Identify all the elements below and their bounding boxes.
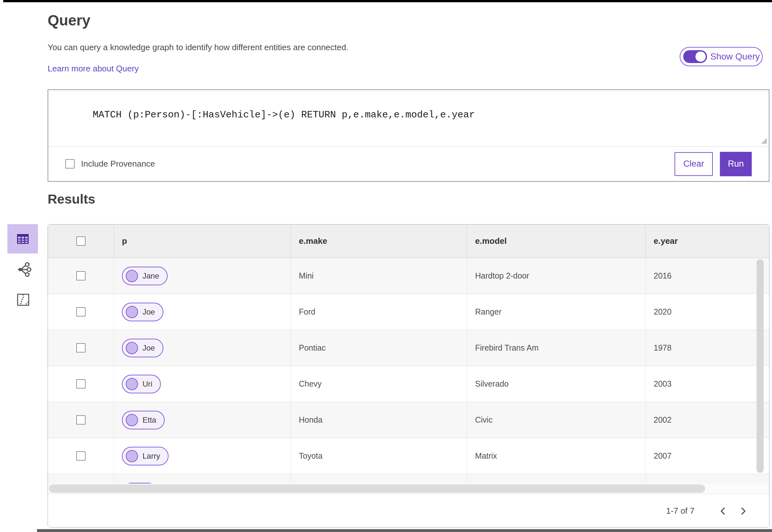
include-provenance-checkbox[interactable]: Include Provenance	[65, 159, 155, 169]
pagination-range: 1-7 of 7	[666, 506, 694, 516]
clear-button[interactable]: Clear	[675, 152, 713, 176]
cell-p: Uri	[114, 366, 291, 402]
window-bottom-edge	[37, 529, 772, 532]
entity-badge[interactable]: Etta	[122, 411, 165, 429]
table-row: Etta Honda Civic 2002	[48, 402, 769, 438]
resize-grip-icon[interactable]	[759, 136, 767, 144]
entity-badge[interactable]: Uri	[122, 375, 161, 393]
cell-e-make: Pontiac	[291, 330, 467, 366]
cell-p: Larry	[114, 438, 291, 474]
row-checkbox[interactable]	[76, 379, 86, 389]
show-query-toggle[interactable]: Show Query	[680, 47, 763, 66]
row-checkbox[interactable]	[76, 307, 86, 316]
table-view-icon	[15, 232, 31, 246]
cell-p: Joe	[114, 294, 291, 330]
results-table-card: p e.make e.model e.year Jane Mini Hardto…	[48, 224, 769, 527]
link-chart-view-icon	[16, 261, 32, 278]
map-view-icon	[16, 292, 31, 307]
entity-label: Jane	[142, 271, 159, 280]
table-row: Larry Toyota Matrix 2007	[48, 438, 769, 474]
column-header-p[interactable]: p	[114, 225, 291, 258]
next-page-button[interactable]	[733, 501, 753, 521]
cell-p: Joe	[114, 330, 291, 366]
query-text: MATCH (p:Person)-[:HasVehicle]->(e) RETU…	[93, 109, 475, 120]
entity-label: Larry	[142, 452, 160, 461]
table-row: Joe Pontiac Firebird Trans Am 1978	[48, 330, 769, 366]
checkbox-icon[interactable]	[65, 159, 75, 169]
query-input[interactable]: MATCH (p:Person)-[:HasVehicle]->(e) RETU…	[48, 90, 769, 147]
horizontal-scrollbar[interactable]	[49, 484, 705, 493]
chevron-left-icon	[719, 507, 728, 516]
table-row	[48, 474, 769, 483]
toggle-knob	[695, 51, 706, 62]
cell-p	[114, 474, 291, 483]
table-row: Joe Ford Ranger 2020	[48, 294, 769, 330]
entity-icon	[126, 306, 138, 318]
cell-e-model: Matrix	[467, 438, 646, 474]
row-checkbox[interactable]	[76, 415, 86, 425]
entity-badge[interactable]: Joe	[122, 339, 163, 357]
cell-e-year: 2007	[646, 438, 769, 474]
entity-icon	[126, 342, 138, 354]
cell-e-year: 2020	[646, 294, 769, 330]
row-checkbox[interactable]	[76, 343, 86, 353]
entity-label: Joe	[142, 307, 155, 316]
previous-page-button[interactable]	[713, 501, 733, 521]
select-all-cell	[48, 225, 114, 258]
column-header-e-year[interactable]: e.year	[646, 225, 769, 258]
page-description: You can query a knowledge graph to ident…	[48, 42, 348, 52]
row-checkbox-cell	[48, 474, 114, 483]
table-row: Uri Chevy Silverado 2003	[48, 366, 769, 402]
entity-label: Uri	[142, 380, 152, 389]
cell-p: Etta	[114, 402, 291, 438]
row-checkbox[interactable]	[76, 271, 86, 280]
cell-e-make: Ford	[291, 294, 467, 330]
column-header-e-make[interactable]: e.make	[291, 225, 467, 258]
row-checkbox-cell	[48, 402, 114, 438]
table-view-button[interactable]	[7, 224, 38, 253]
cell-e-model	[467, 474, 646, 483]
cell-e-model: Silverado	[467, 366, 646, 402]
table-body: Jane Mini Hardtop 2-door 2016 Joe Ford R…	[48, 258, 769, 483]
include-provenance-label: Include Provenance	[81, 159, 155, 169]
row-checkbox-cell	[48, 366, 114, 402]
entity-icon	[126, 378, 138, 390]
horizontal-scrollbar-track	[48, 483, 769, 494]
cell-e-year	[646, 474, 769, 483]
table-header-row: p e.make e.model e.year	[48, 225, 769, 258]
entity-badge[interactable]: Larry	[122, 447, 169, 465]
entity-badge[interactable]: Jane	[122, 267, 168, 285]
select-all-checkbox[interactable]	[76, 236, 86, 246]
entity-label: Etta	[142, 416, 156, 425]
results-heading: Results	[48, 192, 95, 207]
cell-e-model: Ranger	[467, 294, 646, 330]
cell-e-year: 2002	[646, 402, 769, 438]
entity-badge[interactable]: Joe	[122, 303, 163, 321]
window-top-edge	[3, 0, 772, 2]
column-header-e-model[interactable]: e.model	[467, 225, 646, 258]
link-chart-view-button[interactable]	[16, 261, 32, 278]
row-checkbox-cell	[48, 330, 114, 366]
cell-e-make: Mini	[291, 258, 467, 294]
cell-e-model: Hardtop 2-door	[467, 258, 646, 294]
row-checkbox-cell	[48, 294, 114, 330]
chevron-right-icon	[739, 507, 748, 516]
entity-icon	[126, 414, 138, 426]
map-view-button[interactable]	[15, 292, 31, 307]
vertical-scrollbar[interactable]	[757, 259, 764, 473]
query-editor-card: MATCH (p:Person)-[:HasVehicle]->(e) RETU…	[48, 89, 769, 182]
cell-e-model: Firebird Trans Am	[467, 330, 646, 366]
toggle-switch-icon[interactable]	[683, 50, 707, 63]
row-checkbox-cell	[48, 258, 114, 294]
row-checkbox-cell	[48, 438, 114, 474]
page-title: Query	[48, 12, 90, 29]
learn-more-link[interactable]: Learn more about Query	[48, 64, 139, 74]
entity-label: Joe	[142, 344, 155, 353]
cell-e-make: Chevy	[291, 366, 467, 402]
cell-e-make	[291, 474, 467, 483]
query-action-bar: Include Provenance Clear Run	[48, 147, 769, 181]
run-button[interactable]: Run	[720, 152, 752, 176]
query-page: Query You can query a knowledge graph to…	[0, 0, 772, 532]
cell-e-year: 2003	[646, 366, 769, 402]
row-checkbox[interactable]	[76, 451, 86, 461]
